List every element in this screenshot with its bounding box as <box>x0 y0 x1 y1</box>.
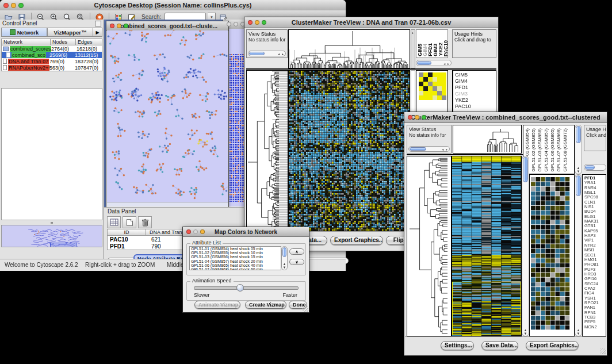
export-graphics-button[interactable]: Export Graphics... <box>526 341 579 350</box>
overview-viewport[interactable] <box>50 243 76 247</box>
scrollbar-thumb[interactable] <box>282 247 286 257</box>
attribute-list-vscrollbar[interactable]: ▲▼ <box>281 246 288 270</box>
tv1-zoom-heatmap[interactable] <box>419 72 446 100</box>
minimize-icon[interactable] <box>193 229 198 234</box>
gene-label[interactable]: PAC10 <box>455 104 496 110</box>
attribute-list-item[interactable]: GPL51-01 (GSM854) heat shock 05 min <box>190 247 281 251</box>
tv1-heatmap[interactable] <box>288 70 410 231</box>
tv2-labels-vscrollbar[interactable]: ▲▼ <box>575 125 582 174</box>
tv2-titlebar[interactable]: ClusterMaker TreeView : combined_scores_… <box>404 112 607 123</box>
scrollbar-thumb[interactable] <box>417 61 431 65</box>
close-icon[interactable] <box>186 229 191 234</box>
scrollbar-thumb[interactable] <box>576 126 581 143</box>
gene-label[interactable]: GIM5 <box>455 72 496 78</box>
scrollbar-thumb[interactable] <box>410 147 426 151</box>
tv2-heatmap[interactable] <box>452 156 522 336</box>
column-label[interactable]: GPL51-02 (GSM855) <box>531 128 537 172</box>
create-vizmap-button[interactable]: Create Vizmap <box>245 301 286 309</box>
scrollbar-thumb[interactable] <box>523 157 528 182</box>
speed-slider-track[interactable] <box>194 286 299 290</box>
close-icon[interactable] <box>110 24 114 28</box>
network1-titlebar[interactable]: combined_scores_good.txt--cluste... <box>106 21 228 31</box>
network-table-row[interactable]: combined_scores 2764(0) 16218(0) <box>2 45 102 52</box>
column-label[interactable]: GIM4 <box>423 44 427 56</box>
zoom-window-icon[interactable] <box>124 24 128 28</box>
float-panel-icon[interactable] <box>95 21 101 26</box>
zoom-window-icon[interactable] <box>200 229 205 234</box>
animate-vizmap-button[interactable]: Animate Vizmap <box>194 301 240 309</box>
attribute-list-item[interactable]: GPL51-02 (GSM855) heat shock 10 min <box>190 251 281 255</box>
panel-splitter[interactable] <box>1 221 102 224</box>
minimize-icon[interactable] <box>11 3 16 8</box>
gene-label[interactable]: PFD1 <box>455 85 496 91</box>
tv1-row-dendrogram[interactable] <box>246 70 288 231</box>
network-tree-area[interactable] <box>1 88 102 220</box>
select-attributes-icon[interactable] <box>107 216 121 228</box>
network-table-row[interactable]: combined_sco 2569(6) 13112(15) <box>2 52 102 58</box>
network1-scroll-strip[interactable] <box>107 202 228 206</box>
move-down-button[interactable]: ∨ <box>289 259 304 265</box>
delete-attribute-icon[interactable] <box>138 216 152 228</box>
tv1-status-hscrollbar[interactable]: ◂ ▸ <box>248 51 286 56</box>
column-label[interactable]: GPL51-06 (GSM865) <box>550 128 556 172</box>
minimize-icon[interactable] <box>415 115 419 120</box>
column-label[interactable]: GPL51-08 (GSM872) <box>563 128 568 172</box>
attribute-list-item[interactable]: GPL51-06 (GSM865) heat shock 40 min <box>190 263 281 267</box>
minimize-icon[interactable] <box>234 22 238 26</box>
column-label[interactable]: GPL51-07 (GSM868) <box>556 128 562 172</box>
move-up-button[interactable]: ∧ <box>289 248 304 255</box>
gene-label[interactable]: MON2 <box>584 325 606 329</box>
tv1-titlebar[interactable]: ClusterMaker TreeView : DNA and Tran 07-… <box>244 17 498 28</box>
minimize-icon[interactable] <box>255 20 259 25</box>
export-graphics-button[interactable]: Export Graphics... <box>330 236 383 245</box>
tab-vizmapper[interactable]: VizMapper™ <box>47 28 93 37</box>
save-data-button[interactable]: Save Data... <box>481 341 518 350</box>
scrollbar-thumb[interactable] <box>249 52 265 55</box>
tv2-row-dendrogram[interactable] <box>407 156 452 336</box>
column-label[interactable]: GPL51-04 (GSM857) <box>544 128 549 172</box>
tv1-mid-strip[interactable]: ▸ <box>411 29 415 68</box>
close-icon[interactable] <box>3 3 9 8</box>
tv1-labels-hscrollbar[interactable]: ◂ ▸ <box>416 60 452 66</box>
network-table-row[interactable]: DNA and Tran 07 769(0) 183728(0) <box>2 58 102 64</box>
tab-overflow-button[interactable]: ▶ <box>93 28 102 37</box>
attribute-list-item[interactable]: GPL51-04 (GSM857) heat shock 20 min <box>190 259 281 263</box>
dialog-titlebar[interactable]: Map Colors to Network <box>183 227 309 237</box>
resize-grip[interactable] <box>303 306 308 312</box>
resize-grip[interactable] <box>600 348 606 354</box>
attribute-list-item[interactable]: GPL51-03 (GSM856) heat shock 15 min <box>190 255 281 259</box>
column-label[interactable]: GIM5 <box>418 44 422 56</box>
minimize-icon[interactable] <box>117 24 121 28</box>
tv2-zoom-heatmap[interactable] <box>531 177 570 330</box>
gene-label[interactable]: GIM3 <box>455 91 496 97</box>
column-label[interactable]: PAC10 <box>443 40 448 56</box>
tv2-genes-vscrollbar[interactable]: ▲▼ <box>575 174 582 336</box>
zoom-window-icon[interactable] <box>422 115 426 120</box>
column-label[interactable]: YKE2 <box>438 43 443 56</box>
tv1-column-dendrogram[interactable] <box>288 29 410 68</box>
tab-network[interactable]: Network <box>1 28 47 37</box>
close-icon[interactable] <box>248 20 253 25</box>
gene-label[interactable]: GIM4 <box>455 78 496 85</box>
column-label[interactable]: GPL51-03 (GSM856) <box>537 128 543 172</box>
scrollbar-thumb[interactable] <box>585 165 595 170</box>
main-titlebar[interactable]: Cytoscape Desktop (Session Name: collins… <box>0 0 346 11</box>
settings-button[interactable]: Settings... <box>441 341 474 350</box>
speed-slider-thumb[interactable] <box>236 284 244 292</box>
zoom-window-icon[interactable] <box>18 3 24 8</box>
tv2-heatmap-vscrollbar[interactable]: ▲▼ <box>522 156 529 336</box>
tv2-hints-hscrollbar[interactable] <box>584 164 606 171</box>
gene-label[interactable]: YKE2 <box>455 97 496 104</box>
zoom-window-icon[interactable] <box>262 20 266 25</box>
column-label[interactable]: GIM3 <box>433 44 438 56</box>
close-icon[interactable] <box>227 22 231 26</box>
attribute-list-item[interactable]: GPL51-07 (GSM868) heat shock 60 min <box>190 267 281 270</box>
network1-canvas[interactable] <box>107 30 228 202</box>
network-table-row[interactable]: RNAPuberNov2+I 563(0) 107847(0) <box>2 64 102 71</box>
close-icon[interactable] <box>408 115 412 120</box>
tv2-status-hscrollbar[interactable]: ◂ ▸ <box>408 146 450 152</box>
column-label[interactable]: PFD1 <box>428 43 433 56</box>
scrollbar-thumb[interactable] <box>576 175 581 196</box>
new-attribute-icon[interactable] <box>123 216 136 228</box>
tv2-column-dendrogram[interactable] <box>453 125 522 154</box>
